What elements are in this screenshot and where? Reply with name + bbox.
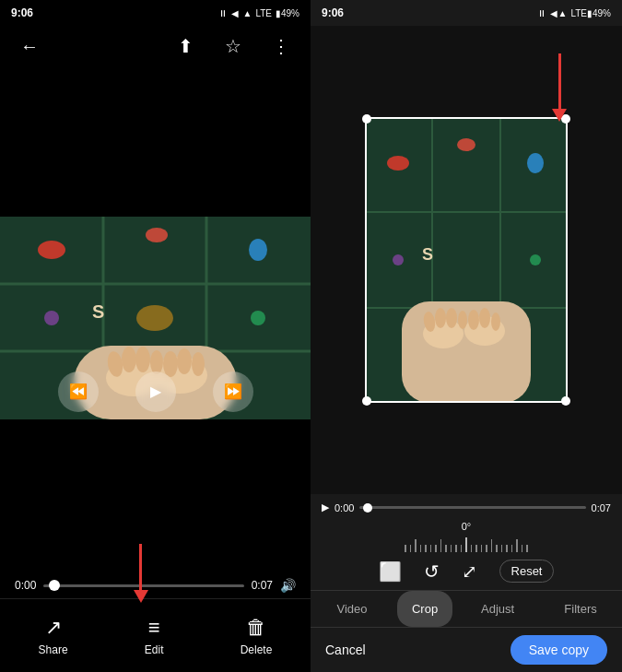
red-arrow xyxy=(134,544,148,603)
timeline-left: 0:00 0:07 🔊 xyxy=(0,569,311,598)
ruler-mark xyxy=(445,545,447,552)
playback-controls: ⏪ ▶ ⏩ xyxy=(0,364,311,419)
edit-icon: ≡ xyxy=(148,616,160,640)
tab-video[interactable]: Video xyxy=(311,591,393,627)
share-icon: ↗ xyxy=(45,616,62,640)
status-bar-right: 9:06 ⏸ ◀▲ LTE▮49% xyxy=(311,0,622,26)
tab-adjust[interactable]: Adjust xyxy=(456,591,539,627)
video-thumbnail: S S ⏪ ▶ xyxy=(0,217,311,419)
reset-button[interactable]: Reset xyxy=(499,560,555,583)
ruler-mark xyxy=(516,539,518,552)
ruler-mark xyxy=(425,545,427,552)
svg-point-10 xyxy=(44,311,59,325)
more-button[interactable]: ⋮ xyxy=(266,31,296,61)
timeline-right: ▶ 0:00 0:07 xyxy=(311,494,622,517)
aspect-ratio-tool[interactable]: ⬜ xyxy=(379,560,402,583)
rotate-tool[interactable]: ↺ xyxy=(424,560,440,583)
time-end-left: 0:07 xyxy=(252,579,273,592)
ruler-mark xyxy=(435,545,437,552)
right-panel: 9:06 ⏸ ◀▲ LTE▮49% xyxy=(311,0,622,672)
rewind-button[interactable]: ⏪ xyxy=(58,371,99,412)
svg-text:S: S xyxy=(92,301,104,322)
angle-value: 0° xyxy=(462,521,472,532)
ruler-mark-center xyxy=(465,537,467,552)
arrow-head xyxy=(134,590,148,603)
top-bar-actions: ⬆ ☆ ⋮ xyxy=(170,31,296,61)
delete-icon: 🗑 xyxy=(246,616,266,640)
svg-point-12 xyxy=(136,305,173,331)
ruler-mark xyxy=(506,545,508,552)
tab-filters[interactable]: Filters xyxy=(539,591,622,627)
lte-icon: LTE xyxy=(255,8,272,18)
cloud-button[interactable]: ⬆ xyxy=(170,31,200,61)
svg-point-6 xyxy=(146,228,168,242)
video-area-left: S S ⏪ ▶ xyxy=(0,66,311,569)
time-end-right: 0:07 xyxy=(592,502,611,513)
ruler-mark xyxy=(475,545,477,552)
bottom-actions-left: ↗ Share ≡ Edit 🗑 Delete xyxy=(0,598,311,672)
timeline-track-right[interactable] xyxy=(359,506,585,509)
crop-area: S S xyxy=(311,26,622,494)
save-button[interactable]: Save copy xyxy=(511,635,607,665)
arrow-head-right xyxy=(552,109,567,122)
pause-indicator-right: ⏸ xyxy=(537,8,546,18)
flip-tool[interactable]: ⤢ xyxy=(462,560,477,583)
crop-overlay xyxy=(365,117,568,403)
crop-image-container: S S xyxy=(365,117,568,403)
time-start-right: 0:00 xyxy=(334,502,354,513)
left-panel: 9:06 ⏸ ◀ ▲ LTE ▮49% ← ⬆ ☆ ⋮ xyxy=(0,0,311,672)
ruler-mark xyxy=(410,545,412,552)
svg-point-5 xyxy=(38,241,65,259)
forward-button[interactable]: ⏩ xyxy=(213,371,253,412)
share-button[interactable]: ↗ Share xyxy=(39,616,68,656)
lte-right: LTE▮49% xyxy=(570,8,611,18)
crop-handle-br[interactable] xyxy=(561,396,570,406)
ruler-mark xyxy=(415,539,417,552)
delete-button[interactable]: 🗑 Delete xyxy=(241,616,273,656)
crop-handle-tl[interactable] xyxy=(362,114,371,124)
ruler-mark xyxy=(481,545,483,552)
signal-right: ◀▲ xyxy=(550,8,567,18)
volume-icon-left[interactable]: 🔊 xyxy=(280,578,296,593)
timeline-row-right: ▶ 0:00 0:07 xyxy=(322,501,611,513)
ruler-mark xyxy=(455,545,457,552)
timeline-scrubber-right[interactable] xyxy=(363,503,372,513)
status-bar-left: 9:06 ⏸ ◀ ▲ LTE ▮49% xyxy=(0,0,311,26)
delete-label: Delete xyxy=(241,643,273,656)
edit-button[interactable]: ≡ Edit xyxy=(145,616,164,656)
play-icon-right[interactable]: ▶ xyxy=(322,501,329,513)
angle-ruler[interactable] xyxy=(311,534,622,552)
ruler-mark xyxy=(496,545,498,552)
crop-tools: ⬜ ↺ ⤢ Reset xyxy=(311,552,622,590)
battery-icon: ▮49% xyxy=(276,8,299,18)
svg-point-7 xyxy=(249,239,267,261)
ruler-mark xyxy=(511,545,513,552)
crop-handle-bl[interactable] xyxy=(362,396,371,406)
ruler-mark xyxy=(420,545,422,552)
timeline-scrubber-left[interactable] xyxy=(49,580,60,591)
tab-crop[interactable]: Crop xyxy=(397,591,452,627)
red-arrow-right xyxy=(552,53,567,122)
status-icons-right: ⏸ ◀▲ LTE▮49% xyxy=(537,8,611,18)
signal-icon: ◀ xyxy=(231,8,239,18)
tab-bar: Video Crop Adjust Filters xyxy=(311,590,622,627)
ruler-mark xyxy=(522,545,523,552)
pause-indicator: ⏸ xyxy=(218,8,228,18)
svg-point-11 xyxy=(251,311,265,325)
status-time-right: 9:06 xyxy=(322,6,344,19)
cancel-button[interactable]: Cancel xyxy=(325,643,366,657)
status-icons-left: ⏸ ◀ ▲ LTE ▮49% xyxy=(218,8,299,18)
status-time-left: 9:06 xyxy=(11,6,33,19)
arrow-line xyxy=(139,544,142,590)
ruler-mark xyxy=(430,545,432,552)
time-start-left: 0:00 xyxy=(15,579,36,592)
ruler-mark xyxy=(405,545,406,552)
back-button[interactable]: ← xyxy=(15,31,44,61)
ruler-mark xyxy=(486,545,487,552)
star-button[interactable]: ☆ xyxy=(218,31,248,61)
play-button[interactable]: ▶ xyxy=(135,371,176,412)
arrow-line-right xyxy=(558,53,561,109)
ruler-mark xyxy=(526,545,528,552)
ruler-mark xyxy=(471,545,473,552)
angle-section: 0° xyxy=(311,517,622,552)
